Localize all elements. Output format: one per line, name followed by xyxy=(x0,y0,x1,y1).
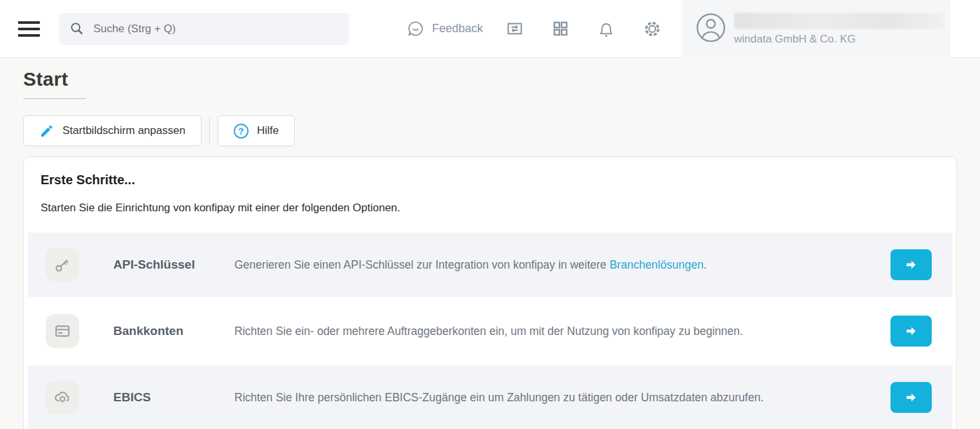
row-ebics: EBICS Richten Sie Ihre persönlichen EBIC… xyxy=(28,365,952,429)
row-description-text: Generieren Sie einen API-Schlüssel zur I… xyxy=(234,258,610,271)
row-title: API-Schlüssel xyxy=(113,258,234,272)
toolbar: Startbildschirm anpassen ? Hilfe xyxy=(23,115,957,146)
toolbar-divider xyxy=(209,118,210,144)
ebics-go-button[interactable] xyxy=(890,382,932,413)
arrow-right-icon xyxy=(904,324,918,338)
search-input[interactable] xyxy=(93,23,339,35)
card-title: Erste Schritte... xyxy=(41,173,939,187)
first-steps-card: Erste Schritte... Starten Sie die Einric… xyxy=(23,157,957,429)
feedback-bubble-icon[interactable] xyxy=(407,20,424,37)
customize-start-screen-button[interactable]: Startbildschirm anpassen xyxy=(23,115,202,146)
row-api-key: API-Schlüssel Generieren Sie einen API-S… xyxy=(28,233,952,297)
feedback-button[interactable]: Feedback xyxy=(432,22,483,35)
user-account-panel[interactable]: windata GmbH & Co. KG xyxy=(683,0,950,58)
help-question-icon: ? xyxy=(234,124,249,138)
row-description: Richten Sie Ihre persönlichen EBICS-Zugä… xyxy=(234,391,890,405)
row-title: Bankkonten xyxy=(113,324,234,338)
notifications-bell-icon[interactable] xyxy=(598,20,615,38)
bank-card-icon xyxy=(46,314,79,348)
row-description-period: . xyxy=(704,258,707,271)
api-key-go-button[interactable] xyxy=(890,249,932,280)
title-underline xyxy=(23,98,86,99)
user-avatar-icon xyxy=(695,12,726,46)
user-name-redacted xyxy=(734,13,944,29)
branchenloesungen-link[interactable]: Branchenlösungen xyxy=(610,258,704,271)
arrow-right-icon xyxy=(904,258,918,272)
cloud-shield-icon xyxy=(46,381,79,414)
api-key-icon xyxy=(46,248,79,281)
customize-button-label: Startbildschirm anpassen xyxy=(62,124,185,137)
settings-gear-icon[interactable] xyxy=(643,20,661,38)
first-steps-rows: API-Schlüssel Generieren Sie einen API-S… xyxy=(24,233,956,429)
card-subtitle: Starten Sie die Einrichtung von konfipay… xyxy=(41,202,939,214)
hamburger-menu-icon[interactable] xyxy=(18,21,40,37)
arrow-right-icon xyxy=(904,390,918,405)
row-description: Generieren Sie einen API-Schlüssel zur I… xyxy=(234,258,890,272)
search-icon xyxy=(70,21,84,36)
bank-accounts-go-button[interactable] xyxy=(890,316,932,347)
apps-grid-icon[interactable] xyxy=(552,20,569,37)
help-button-label: Hilfe xyxy=(257,124,279,137)
page-title: Start xyxy=(23,68,957,90)
row-description: Richten Sie ein- oder mehrere Auftraggeb… xyxy=(234,325,890,338)
user-company-label: windata GmbH & Co. KG xyxy=(734,33,944,46)
search-bar[interactable] xyxy=(59,13,349,45)
main-content: Start Startbildschirm anpassen ? Hilfe E… xyxy=(0,58,980,429)
row-bank-accounts: Bankkonten Richten Sie ein- oder mehrere… xyxy=(28,299,952,363)
row-title: EBICS xyxy=(113,390,234,405)
header: Feedback xyxy=(0,0,980,58)
transfer-icon[interactable] xyxy=(506,20,523,37)
pencil-edit-icon xyxy=(39,124,54,138)
help-button[interactable]: ? Hilfe xyxy=(218,115,295,146)
